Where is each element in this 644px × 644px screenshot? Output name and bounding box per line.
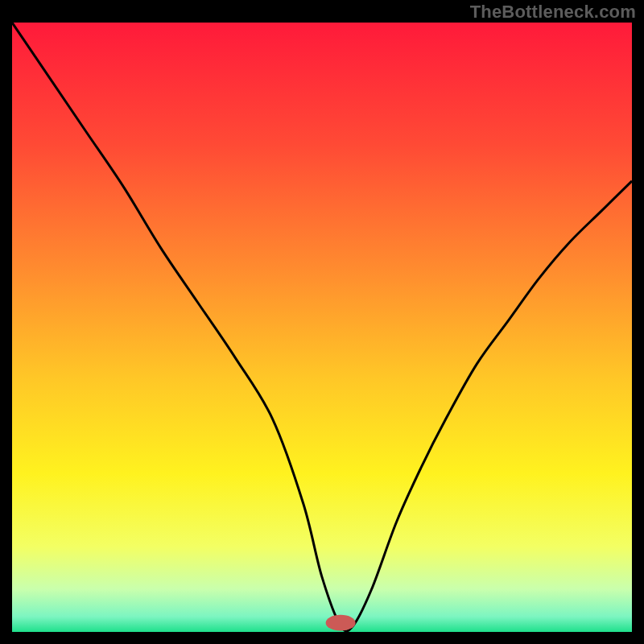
- watermark-text: TheBottleneck.com: [470, 2, 636, 23]
- chart-svg: [12, 23, 632, 632]
- optimum-marker: [326, 615, 356, 631]
- chart-plot-area: [12, 23, 632, 632]
- gradient-background: [12, 23, 632, 632]
- chart-frame: TheBottleneck.com: [0, 0, 644, 644]
